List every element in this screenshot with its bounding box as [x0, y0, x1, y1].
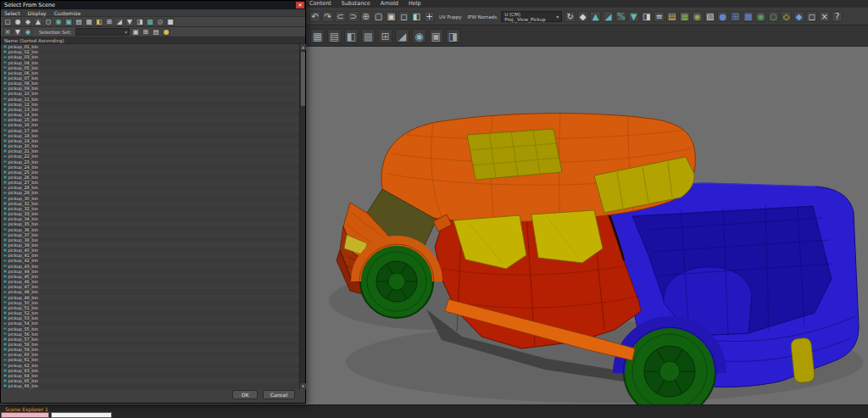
redo-icon[interactable]: ↷: [322, 11, 333, 22]
modeling-tab-icon[interactable]: ▦: [310, 29, 325, 43]
object-name: pickup_30_bin: [8, 196, 39, 201]
dialog-menu-item[interactable]: Customize: [54, 9, 81, 17]
geometry-object-icon: [3, 316, 7, 320]
toolbar-label-ipw[interactable]: IPW Nomads: [465, 14, 498, 20]
display-shapes-icon[interactable]: ◆: [24, 18, 32, 26]
menu-item[interactable]: Substance: [342, 0, 370, 8]
align-ribbon-icon[interactable]: ▣: [429, 29, 443, 43]
undo-icon[interactable]: ↶: [309, 11, 320, 22]
select-and-rotate-icon[interactable]: ↻: [565, 11, 576, 22]
display-lights-icon[interactable]: ▲: [34, 18, 42, 26]
ribbon-toggle-icon[interactable]: ▦: [679, 11, 690, 22]
geometry-object-icon: [3, 202, 7, 205]
spinner-snap-icon[interactable]: ▼: [628, 11, 639, 22]
display-cameras-icon[interactable]: ○: [44, 18, 53, 26]
dialog-menu-item[interactable]: Display: [28, 9, 47, 17]
list-scrollbar[interactable]: ▲ ▼: [299, 44, 305, 389]
select-by-name-icon[interactable]: ▣: [386, 11, 397, 22]
help-icon[interactable]: ?: [832, 11, 843, 22]
unlink-selection-icon[interactable]: ⊃: [348, 11, 359, 22]
scroll-up-icon[interactable]: ▲: [300, 44, 306, 50]
display-groups-icon[interactable]: ▤: [75, 18, 83, 26]
scroll-down-icon[interactable]: ▼: [300, 383, 306, 389]
layer-manager-icon[interactable]: ▤: [666, 11, 677, 22]
render-setup-icon[interactable]: ⊞: [730, 11, 741, 22]
align-icon[interactable]: ≡: [654, 11, 665, 22]
clear-filter-icon[interactable]: ×: [3, 28, 12, 36]
object-paint-icon[interactable]: ▩: [361, 29, 376, 43]
list-item[interactable]: pickup_66_bin: [1, 383, 301, 388]
display-containers-icon[interactable]: ◢: [115, 18, 124, 26]
select-and-move-icon[interactable]: +: [424, 11, 435, 22]
window-crossing-icon[interactable]: ◧: [411, 11, 422, 22]
geometry-object-icon: [3, 119, 7, 122]
select-and-scale-icon[interactable]: ◆: [577, 11, 588, 22]
angle-snap-icon[interactable]: ◢: [603, 11, 614, 22]
object-name: pickup_41_bin: [8, 253, 39, 258]
maxscript-mini-listener-white[interactable]: [51, 412, 112, 418]
schematic-view-icon[interactable]: ▧: [704, 11, 715, 22]
scrollbar-thumb[interactable]: [301, 52, 305, 106]
camera-icon[interactable]: ◆: [793, 11, 804, 22]
material-editor-icon[interactable]: ●: [717, 11, 728, 22]
create-selection-set-icon[interactable]: ▣: [131, 28, 140, 36]
display-frozen-icon[interactable]: ▼: [125, 18, 134, 26]
display-panel-icon[interactable]: ◻: [806, 11, 817, 22]
maxscript-mini-listener-pink[interactable]: [1, 412, 49, 418]
display-geometry-icon[interactable]: ●: [14, 18, 22, 26]
menu-item[interactable]: Content: [309, 0, 331, 8]
select-object-icon[interactable]: ▢: [373, 11, 384, 22]
highlight-set-icon[interactable]: ●: [162, 28, 170, 36]
freeform-tab-icon[interactable]: ▤: [327, 29, 342, 43]
object-name: pickup_19_bin: [8, 138, 39, 143]
menu-item[interactable]: Arnold: [381, 0, 398, 8]
geometry-object-icon: [3, 265, 7, 268]
populate-icon[interactable]: ⊞: [378, 29, 392, 43]
snap-toggle-icon[interactable]: ▲: [590, 11, 601, 22]
subtract-from-set-icon[interactable]: ▤: [152, 28, 160, 36]
settings-icon[interactable]: ■: [166, 18, 175, 26]
display-bones-icon[interactable]: ⊞: [105, 18, 114, 26]
curve-editor-icon[interactable]: ◉: [692, 11, 703, 22]
light-icon[interactable]: ◇: [781, 11, 792, 22]
visibility-icon[interactable]: ◨: [446, 29, 460, 43]
geometry-object-icon: [3, 369, 7, 372]
object-name: pickup_55_bin: [8, 326, 39, 332]
scene-object-list[interactable]: pickup_01_bin pickup_02_bin pickup_03_bi…: [1, 44, 301, 389]
select-link-icon[interactable]: ⊂: [335, 11, 346, 22]
display-materials-icon[interactable]: ◧: [95, 18, 103, 26]
selection-tab-icon[interactable]: ◧: [344, 29, 359, 43]
close-icon[interactable]: ✕: [296, 2, 304, 8]
percent-snap-icon[interactable]: %: [615, 11, 626, 22]
filter-combo-icon[interactable]: ▼: [14, 28, 22, 36]
named-selection-dropdown[interactable]: U (CM) Proj._View_Pickup ▾: [501, 11, 562, 22]
render-production-icon[interactable]: ◉: [755, 11, 766, 22]
select-filter-icon[interactable]: ▢: [3, 18, 12, 26]
toolbar-label-uv[interactable]: UV Puppy: [437, 14, 463, 20]
display-xrefs-icon[interactable]: ▦: [85, 18, 93, 26]
rendered-frame-icon[interactable]: ▩: [743, 11, 754, 22]
pickup-truck-model[interactable]: [308, 47, 868, 404]
render-iterative-icon[interactable]: ○: [768, 11, 779, 22]
dialog-titlebar[interactable]: Select From Scene ✕: [1, 1, 305, 9]
pick-icon[interactable]: ◇: [156, 18, 164, 26]
pivot-icon[interactable]: ◉: [412, 29, 426, 43]
ribbon-icon-group: ▦▤◧▩⊞◢◉▣◨: [310, 25, 460, 47]
display-helpers-icon[interactable]: ◉: [54, 18, 63, 26]
menu-item[interactable]: Help: [409, 0, 421, 8]
rectangular-region-icon[interactable]: ◻: [398, 11, 409, 22]
display-hidden-icon[interactable]: ◨: [136, 18, 144, 26]
grid-icon[interactable]: ◢: [395, 29, 409, 43]
ok-button[interactable]: OK: [232, 390, 258, 399]
name-column-header[interactable]: Name (Sorted Ascending): [1, 37, 305, 44]
bind-spacewarp-icon[interactable]: ⊕: [360, 11, 371, 22]
sync-selection-icon[interactable]: ▩: [146, 18, 154, 26]
lock-selection-icon[interactable]: ◆: [24, 28, 32, 36]
selection-set-dropdown[interactable]: ▾: [75, 28, 130, 36]
utilities-icon[interactable]: ×: [819, 11, 830, 22]
display-spacewarps-icon[interactable]: ▣: [64, 18, 73, 26]
mirror-icon[interactable]: ◨: [641, 11, 652, 22]
add-to-set-icon[interactable]: ⊞: [142, 28, 150, 36]
cancel-button[interactable]: Cancel: [263, 390, 295, 399]
dialog-menu-item[interactable]: Select: [4, 9, 20, 17]
